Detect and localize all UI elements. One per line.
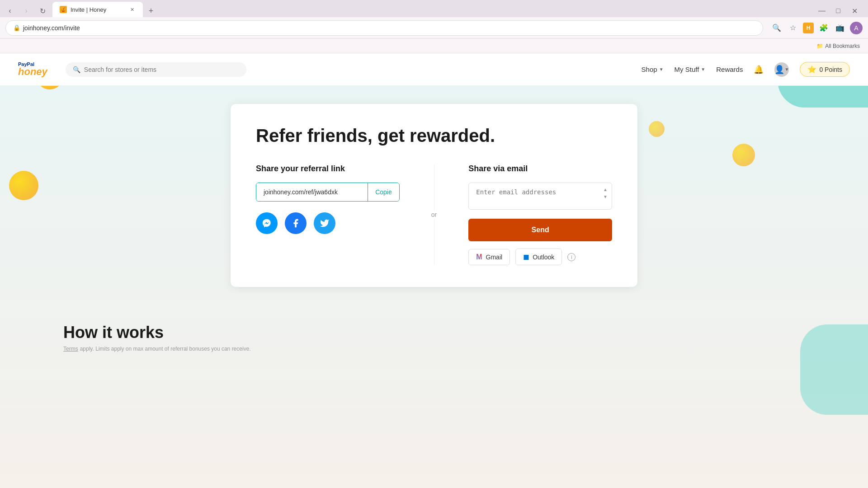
outlook-icon: ◼ (523, 253, 529, 261)
outlook-button[interactable]: ◼ Outlook (515, 249, 562, 265)
messenger-share-button[interactable] (256, 212, 278, 234)
new-tab-button[interactable]: + (145, 5, 157, 17)
invite-title: Refer friends, get rewarded. (256, 126, 612, 146)
scroll-down-arrow[interactable]: ▼ (602, 193, 609, 200)
messenger-icon (262, 218, 272, 228)
shop-label: Shop (642, 66, 657, 73)
nav-icons: 🔍 ☆ H 🧩 📺 A (770, 22, 863, 34)
gmail-icon: M (476, 253, 482, 261)
user-avatar-icon: 👤 (774, 65, 784, 75)
or-label: or (422, 211, 446, 218)
main-content: Refer friends, get rewarded. Share your … (0, 86, 868, 305)
referral-link-input[interactable] (256, 183, 368, 201)
shop-nav-link[interactable]: Shop ▼ (642, 66, 664, 73)
gmail-button[interactable]: M Gmail (468, 249, 510, 265)
minimize-button[interactable]: — (816, 5, 828, 17)
notifications-bell-icon[interactable]: 🔔 (754, 65, 764, 75)
social-share-icons (256, 212, 400, 234)
address-bar-row: 🔒 joinhoney.com/invite 🔍 ☆ H 🧩 📺 A (0, 17, 868, 39)
nav-links: Shop ▼ My Stuff ▼ Rewards 🔔 👤 ▼ ⭐ 0 Poin… (642, 62, 850, 77)
user-avatar-dropdown-arrow: ▼ (784, 67, 789, 72)
honey-extension-icon[interactable]: H (803, 23, 814, 33)
referral-link-box: Copie (256, 183, 400, 202)
browser-chrome: ‹ › ↻ 🍯 Invite | Honey ✕ + — □ ✕ 🔒 joinh… (0, 0, 868, 53)
gmail-label: Gmail (486, 253, 503, 261)
my-stuff-nav-link[interactable]: My Stuff ▼ (675, 66, 706, 73)
how-it-works-section: How it works Terms apply. Limits apply o… (0, 305, 868, 397)
search-input[interactable] (84, 66, 239, 73)
bookmarks-label-text: All Bookmarks (825, 43, 860, 49)
forward-button[interactable]: › (20, 5, 33, 17)
my-stuff-dropdown-arrow: ▼ (701, 67, 705, 72)
scroll-up-arrow[interactable]: ▲ (602, 186, 609, 192)
search-icon[interactable]: 🔍 (770, 22, 783, 34)
invite-sections: Share your referral link Copie (256, 164, 612, 265)
user-avatar[interactable]: 👤 ▼ (774, 62, 789, 77)
how-it-works-title: How it works (63, 323, 805, 342)
close-window-button[interactable]: ✕ (848, 5, 861, 17)
all-bookmarks-button[interactable]: 📁 All Bookmarks (814, 42, 863, 50)
honey-text: honey (18, 67, 47, 77)
invite-right-section: Share via email ▲ ▼ Send M Gmail (468, 164, 612, 265)
facebook-icon (291, 218, 301, 228)
back-button[interactable]: ‹ (4, 5, 16, 17)
rewards-nav-link[interactable]: Rewards (716, 66, 743, 73)
info-icon[interactable]: i (567, 253, 576, 261)
reload-button[interactable]: ↻ (36, 5, 49, 17)
share-link-title: Share your referral link (256, 164, 400, 174)
extensions-icon[interactable]: 🧩 (817, 22, 830, 34)
copy-button[interactable]: Copie (368, 183, 399, 201)
search-bar[interactable]: 🔍 (66, 62, 246, 77)
outlook-label: Outlook (533, 253, 554, 261)
maximize-button[interactable]: □ (832, 5, 844, 17)
points-badge[interactable]: ⭐ 0 Points (800, 62, 850, 77)
email-options: M Gmail ◼ Outlook i (468, 249, 612, 265)
tab-title: Invite | Honey (71, 6, 125, 13)
tab-favicon: 🍯 (60, 6, 67, 13)
points-star-icon: ⭐ (807, 65, 816, 74)
email-scroll: ▲ ▼ (602, 186, 609, 200)
invite-card: Refer friends, get rewarded. Share your … (231, 104, 637, 287)
twitter-share-button[interactable] (314, 212, 335, 234)
url-display: joinhoney.com/invite (23, 24, 755, 32)
bookmark-icon[interactable]: ☆ (787, 22, 799, 34)
terms-link[interactable]: Terms (63, 346, 78, 352)
share-email-title: Share via email (468, 164, 612, 174)
profile-icon[interactable]: A (850, 22, 863, 34)
bookmarks-folder-icon: 📁 (816, 43, 823, 49)
email-input-wrapper: ▲ ▼ (468, 183, 612, 211)
bookmarks-bar: 📁 All Bookmarks (0, 39, 868, 53)
points-text: 0 Points (819, 66, 842, 73)
or-divider-section: or (418, 164, 450, 265)
facebook-share-button[interactable] (285, 212, 307, 234)
cast-icon[interactable]: 📺 (834, 22, 846, 34)
shop-dropdown-arrow: ▼ (659, 67, 664, 72)
address-bar[interactable]: 🔒 joinhoney.com/invite (5, 20, 763, 36)
honey-logo[interactable]: PayPal honey (18, 62, 47, 77)
page-content: PayPal honey 🔍 Shop ▼ My Stuff ▼ Rewards… (0, 53, 868, 488)
search-icon: 🔍 (73, 66, 80, 73)
tab-close-button[interactable]: ✕ (128, 6, 136, 13)
tab-bar: ‹ › ↻ 🍯 Invite | Honey ✕ + — □ ✕ (0, 0, 868, 17)
browser-tab[interactable]: 🍯 Invite | Honey ✕ (52, 2, 143, 17)
invite-left-section: Share your referral link Copie (256, 164, 400, 265)
email-input[interactable] (468, 183, 612, 210)
send-button[interactable]: Send (468, 219, 612, 241)
terms-apply-text: apply. Limits apply on max amount of ref… (80, 346, 251, 352)
twitter-icon (320, 218, 330, 228)
rewards-label: Rewards (716, 66, 743, 73)
my-stuff-label: My Stuff (675, 66, 699, 73)
honey-navbar: PayPal honey 🔍 Shop ▼ My Stuff ▼ Rewards… (0, 53, 868, 86)
